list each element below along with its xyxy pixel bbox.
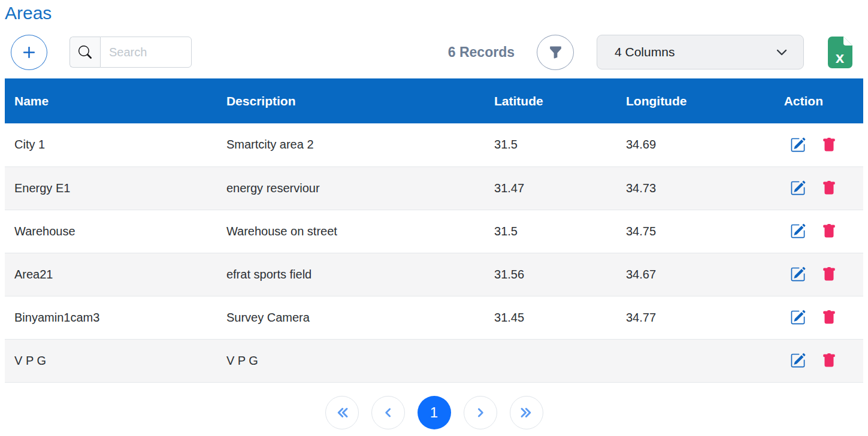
cell-longitude: 34.67 [616, 253, 775, 296]
cell-description: Warehouse on street [217, 210, 485, 253]
column-header-action: Action [775, 78, 863, 123]
chevron-left-icon [381, 405, 395, 420]
chevron-right-icon [473, 405, 488, 420]
areas-page: Areas 6 Records [0, 2, 868, 429]
cell-action [775, 253, 863, 296]
edit-button[interactable] [790, 180, 806, 196]
column-header-longitude: Longitude [616, 78, 775, 123]
pencil-square-icon [790, 137, 806, 153]
cell-action [775, 296, 863, 339]
page-title: Areas [5, 2, 863, 24]
search-group [69, 37, 192, 68]
table-row: Area21 efrat sports field 31.56 34.67 [5, 253, 863, 296]
trash-icon [822, 224, 836, 238]
pagination-next-button[interactable] [464, 396, 497, 429]
trash-icon [822, 267, 836, 281]
edit-button[interactable] [790, 267, 806, 282]
cell-description: efrat sports field [217, 253, 485, 296]
cell-name: Binyamin1cam3 [5, 296, 217, 339]
table-row: City 1 Smartcity area 2 31.5 34.69 [5, 123, 863, 166]
pencil-square-icon [790, 267, 806, 282]
column-header-latitude: Latitude [485, 78, 616, 123]
pencil-square-icon [790, 223, 806, 239]
table-row: Binyamin1cam3 Survey Camera 31.45 34.77 [5, 296, 863, 339]
table-header: Name Description Latitude Longitude Acti… [5, 78, 863, 123]
pagination-prev-button[interactable] [371, 396, 405, 429]
cell-action [775, 123, 863, 166]
cell-name: Area21 [5, 253, 217, 296]
add-area-button[interactable] [11, 35, 47, 70]
pencil-square-icon [790, 353, 806, 368]
delete-button[interactable] [822, 267, 836, 281]
columns-select[interactable]: 4 Columns [597, 35, 804, 69]
search-icon [69, 37, 100, 68]
search-input[interactable] [100, 37, 192, 68]
excel-file-icon: x [828, 37, 852, 68]
cell-longitude: 34.75 [616, 210, 775, 253]
cell-description: Smartcity area 2 [217, 123, 485, 166]
cell-latitude: 31.5 [485, 123, 616, 166]
trash-icon [822, 353, 836, 368]
cell-latitude [485, 339, 616, 382]
edit-button[interactable] [790, 137, 806, 153]
cell-latitude: 31.47 [485, 166, 616, 210]
cell-longitude [616, 339, 775, 382]
trash-icon [822, 310, 836, 325]
cell-longitude: 34.73 [616, 166, 775, 210]
pencil-square-icon [790, 180, 806, 196]
toolbar: 6 Records 4 Columns x [11, 34, 852, 71]
column-header-description: Description [217, 78, 485, 123]
cell-name: City 1 [5, 123, 217, 166]
table-row: Energy E1 energy reserviour 31.47 34.73 [5, 166, 863, 210]
cell-latitude: 31.5 [485, 210, 616, 253]
edit-button[interactable] [790, 310, 806, 325]
export-excel-button[interactable]: x [828, 37, 852, 68]
cell-action [775, 210, 863, 253]
table-row: Warehouse Warehouse on street 31.5 34.75 [5, 210, 863, 253]
delete-button[interactable] [822, 181, 836, 195]
delete-button[interactable] [822, 310, 836, 325]
delete-button[interactable] [822, 224, 836, 238]
delete-button[interactable] [822, 353, 836, 368]
pagination-last-button[interactable] [510, 396, 543, 429]
pencil-square-icon [790, 310, 806, 325]
double-chevron-left-icon [334, 405, 350, 420]
cell-latitude: 31.56 [485, 253, 616, 296]
cell-latitude: 31.45 [485, 296, 616, 339]
pagination-first-button[interactable] [325, 396, 359, 429]
trash-icon [822, 181, 836, 195]
svg-text:x: x [836, 49, 845, 66]
cell-description: V P G [217, 339, 485, 382]
plus-icon [22, 45, 37, 60]
filter-button[interactable] [537, 35, 574, 70]
records-count: 6 Records [448, 44, 515, 60]
edit-button[interactable] [790, 353, 806, 368]
cell-name: V P G [5, 339, 217, 382]
table-row: V P G V P G [5, 339, 863, 382]
cell-longitude: 34.69 [616, 123, 775, 166]
table-body: City 1 Smartcity area 2 31.5 34.69 [5, 123, 863, 382]
delete-button[interactable] [822, 138, 836, 152]
cell-description: Survey Camera [217, 296, 485, 339]
edit-button[interactable] [790, 223, 806, 239]
cell-description: energy reserviour [217, 166, 485, 210]
funnel-icon [549, 46, 562, 59]
areas-table: Name Description Latitude Longitude Acti… [5, 78, 863, 383]
cell-action [775, 166, 863, 210]
pagination-page-1-button[interactable]: 1 [418, 396, 451, 429]
columns-select-value: 4 Columns [615, 45, 675, 59]
column-header-name: Name [5, 78, 217, 123]
trash-icon [822, 138, 836, 152]
pagination: 1 [5, 396, 863, 429]
cell-name: Energy E1 [5, 166, 217, 210]
cell-action [775, 339, 863, 382]
double-chevron-right-icon [519, 405, 534, 420]
cell-name: Warehouse [5, 210, 217, 253]
chevron-down-icon [775, 45, 789, 59]
cell-longitude: 34.77 [616, 296, 775, 339]
